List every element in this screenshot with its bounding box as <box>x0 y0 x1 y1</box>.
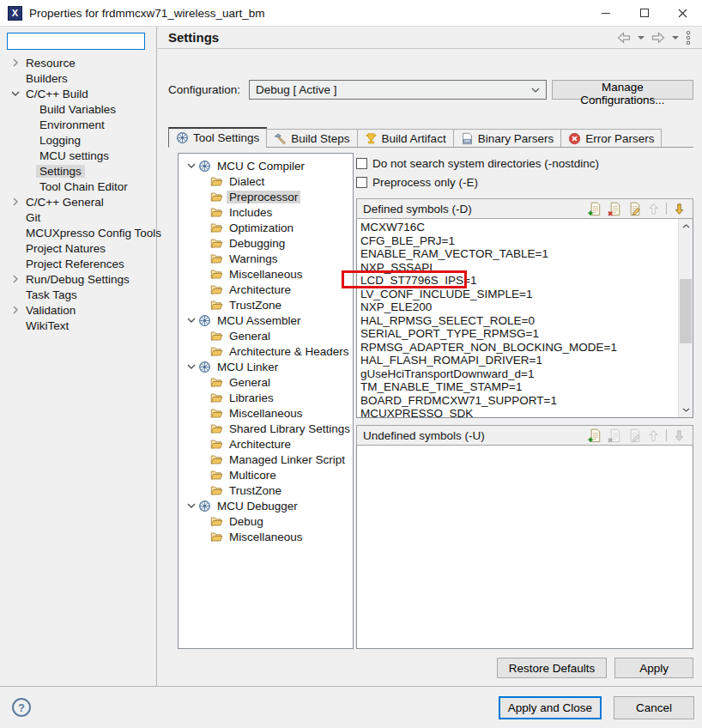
defined-symbol-item[interactable]: CFG_BLE_PRJ=1 <box>360 234 678 248</box>
move-down-button[interactable] <box>672 428 687 443</box>
tree-item-libraries[interactable]: Libraries <box>179 390 353 405</box>
sidebar-item-wikitext[interactable]: WikiText <box>0 318 156 333</box>
tree-item-multicore[interactable]: Multicore <box>179 467 353 482</box>
sidebar-item-cpp-general[interactable]: C/C++ General <box>0 194 156 209</box>
delete-symbol-button[interactable] <box>607 428 621 443</box>
help-button[interactable]: ? <box>12 698 31 717</box>
tab-tool-settings[interactable]: Tool Settings <box>168 127 267 148</box>
manage-configurations-button[interactable]: Manage Configurations... <box>552 80 693 100</box>
defined-symbol-item[interactable]: TM_ENABLE_TIME_STAMP=1 <box>360 380 678 394</box>
back-history-dropdown[interactable] <box>636 31 646 45</box>
undefined-symbols-list[interactable] <box>356 446 693 649</box>
defined-symbol-item[interactable]: RPMSG_ADAPTER_NON_BLOCKING_MODE=1 <box>360 341 678 355</box>
sidebar-item-mcu-settings[interactable]: MCU settings <box>0 148 156 163</box>
back-button[interactable] <box>614 30 633 46</box>
scroll-down-button[interactable] <box>679 403 693 417</box>
defined-symbol-item[interactable]: SERIAL_PORT_TYPE_RPMSG=1 <box>360 327 678 341</box>
tree-item-linker-general[interactable]: General <box>179 374 353 390</box>
add-symbol-button[interactable] <box>587 202 602 216</box>
scrollbar-thumb[interactable] <box>680 279 692 343</box>
sidebar-item-cpp-build[interactable]: C/C++ Build <box>0 86 156 101</box>
tree-item-shared-library-settings[interactable]: Shared Library Settings <box>179 421 353 436</box>
edit-symbol-button[interactable] <box>626 428 641 443</box>
move-down-button[interactable] <box>672 202 687 216</box>
preprocess-only-checkbox[interactable] <box>356 177 367 188</box>
folder-icon <box>210 484 223 497</box>
forward-history-dropdown[interactable] <box>670 31 681 45</box>
defined-symbol-item[interactable]: HAL_RPMSG_SELECT_ROLE=0 <box>360 314 678 328</box>
sidebar-item-tool-chain-editor[interactable]: Tool Chain Editor <box>0 179 156 194</box>
sidebar-item-build-variables[interactable]: Build Variables <box>0 101 156 117</box>
tree-group-mcu-debugger[interactable]: MCU Debugger <box>179 498 353 513</box>
tree-item-managed-linker-script[interactable]: Managed Linker Script <box>179 452 353 467</box>
tree-item-preprocessor[interactable]: Preprocessor <box>179 189 353 204</box>
defined-symbol-item[interactable]: MCXW716C <box>360 221 678 234</box>
defined-symbol-item[interactable]: NXP_SSSAPI <box>360 261 678 275</box>
defined-symbol-item[interactable]: HAL_FLASH_ROMAPI_DRIVER=1 <box>360 354 678 367</box>
tree-item-includes[interactable]: Includes <box>179 204 353 220</box>
tree-item-linker-trustzone[interactable]: TrustZone <box>179 482 353 498</box>
defined-symbol-item[interactable]: NXP_ELE200 <box>360 300 678 314</box>
folder-icon <box>210 531 223 543</box>
sidebar-item-project-references[interactable]: Project References <box>0 256 156 271</box>
sidebar-item-git[interactable]: Git <box>0 209 156 225</box>
tree-item-linker-miscellaneous[interactable]: Miscellaneous <box>179 405 353 421</box>
tree-item-dialect[interactable]: Dialect <box>179 173 353 189</box>
properties-sidebar: Resource Builders C/C++ Build Build Vari… <box>0 27 157 686</box>
configuration-value: Debug [ Active ] <box>256 83 337 96</box>
nostdinc-checkbox[interactable] <box>356 158 367 169</box>
delete-symbol-button[interactable] <box>607 202 621 216</box>
maximize-button[interactable] <box>625 0 663 26</box>
forward-button[interactable] <box>649 30 668 46</box>
apply-button[interactable]: Apply <box>614 658 693 678</box>
tree-item-debugger-miscellaneous[interactable]: Miscellaneous <box>179 529 353 544</box>
sidebar-item-run-debug-settings[interactable]: Run/Debug Settings <box>0 271 156 287</box>
tree-item-linker-architecture[interactable]: Architecture <box>179 436 353 452</box>
sidebar-item-settings[interactable]: Settings <box>0 163 156 179</box>
tree-item-assembler-general[interactable]: General <box>179 328 353 343</box>
minimize-button[interactable] <box>586 0 625 26</box>
tab-error-parsers[interactable]: Error Parsers <box>560 129 662 147</box>
filter-input[interactable] <box>7 33 145 50</box>
edit-symbol-button[interactable] <box>626 202 641 216</box>
apply-and-close-button[interactable]: Apply and Close <box>499 696 602 719</box>
sidebar-item-resource[interactable]: Resource <box>0 55 156 70</box>
tree-item-architecture-headers[interactable]: Architecture & Headers <box>179 343 353 359</box>
tree-item-trustzone[interactable]: TrustZone <box>179 297 353 312</box>
tree-item-architecture[interactable]: Architecture <box>179 282 353 297</box>
sidebar-item-project-natures[interactable]: Project Natures <box>0 240 156 256</box>
sidebar-item-validation[interactable]: Validation <box>0 302 156 318</box>
add-symbol-button[interactable] <box>587 428 602 443</box>
defined-symbol-item[interactable]: BOARD_FRDMCXW71_SUPPORT=1 <box>360 394 678 408</box>
sidebar-item-task-tags[interactable]: Task Tags <box>0 287 156 302</box>
tab-build-artifact[interactable]: Build Artifact <box>357 129 454 147</box>
close-button[interactable] <box>663 0 702 26</box>
defined-symbols-scrollbar[interactable] <box>678 219 693 417</box>
tree-item-debug[interactable]: Debug <box>179 513 353 529</box>
move-up-button[interactable] <box>646 428 661 443</box>
defined-symbol-item-annotated[interactable]: LCD_ST7796S_IPS=1 <box>360 274 678 288</box>
scroll-up-button[interactable] <box>679 219 693 234</box>
tree-group-mcu-c-compiler[interactable]: MCU C Compiler <box>179 158 353 173</box>
tree-item-debugging[interactable]: Debugging <box>179 235 353 251</box>
tree-group-mcu-assembler[interactable]: MCU Assembler <box>179 312 353 328</box>
defined-symbol-item[interactable]: gUseHciTransportDownward_d=1 <box>360 367 678 381</box>
tree-item-miscellaneous[interactable]: Miscellaneous <box>179 266 353 282</box>
view-menu-button[interactable] <box>683 28 693 47</box>
restore-defaults-button[interactable]: Restore Defaults <box>497 658 608 678</box>
tree-item-warnings[interactable]: Warnings <box>179 251 353 266</box>
tree-item-optimization[interactable]: Optimization <box>179 220 353 235</box>
move-up-button[interactable] <box>646 202 661 216</box>
defined-symbol-item[interactable]: ENABLE_RAM_VECTOR_TABLE=1 <box>360 247 678 261</box>
tab-build-steps[interactable]: Build Steps <box>266 129 357 147</box>
defined-symbol-item[interactable]: MCUXPRESSO_SDK <box>360 407 678 418</box>
configuration-select[interactable]: Debug [ Active ] <box>249 80 547 100</box>
tab-binary-parsers[interactable]: Binary Parsers <box>453 129 562 147</box>
sidebar-item-environment[interactable]: Environment <box>0 117 156 132</box>
sidebar-item-mcuxpresso-config-tools[interactable]: MCUXpresso Config Tools <box>0 225 156 240</box>
defined-symbol-item[interactable]: LV_CONF_INCLUDE_SIMPLE=1 <box>360 288 678 301</box>
sidebar-item-builders[interactable]: Builders <box>0 70 156 86</box>
cancel-button[interactable]: Cancel <box>614 696 694 719</box>
tree-group-mcu-linker[interactable]: MCU Linker <box>179 359 353 374</box>
sidebar-item-logging[interactable]: Logging <box>0 132 156 148</box>
